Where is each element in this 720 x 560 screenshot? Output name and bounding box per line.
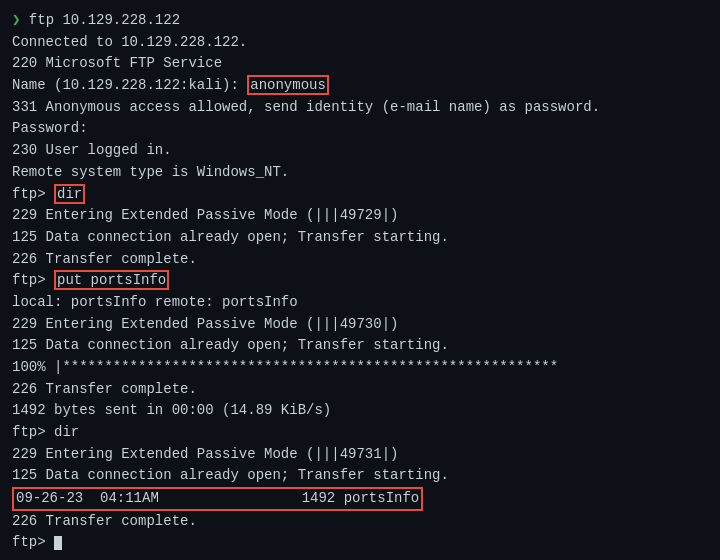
terminal-line: 220 Microsoft FTP Service [12,53,708,75]
output-text: 229 Entering Extended Passive Mode (|||4… [12,446,398,462]
output-text: 1492 bytes sent in 00:00 (14.89 KiB/s) [12,402,331,418]
terminal-line: 09-26-23 04:11AM 1492 portsInfo [12,487,708,511]
anonymous-highlight: anonymous [247,75,329,95]
command-highlight: dir [54,184,85,204]
terminal-line: 331 Anonymous access allowed, send ident… [12,97,708,119]
output-text: 226 Transfer complete. [12,251,197,267]
terminal-line: Connected to 10.129.228.122. [12,32,708,54]
output-text: Connected to 10.129.228.122. [12,34,247,50]
ftp-prompt: ftp> [12,186,54,202]
terminal-line: ftp> [12,532,708,554]
output-text: 229 Entering Extended Passive Mode (|||4… [12,207,398,223]
output-text: local: portsInfo remote: portsInfo [12,294,298,310]
terminal-line: Name (10.129.228.122:kali): anonymous [12,75,708,97]
terminal-line: 229 Entering Extended Passive Mode (|||4… [12,444,708,466]
terminal-line: ❯ ftp 10.129.228.122 [12,10,708,32]
terminal-line: 230 User logged in. [12,140,708,162]
output-text: Remote system type is Windows_NT. [12,164,289,180]
terminal-line: 229 Entering Extended Passive Mode (|||4… [12,314,708,336]
terminal-line: 125 Data connection already open; Transf… [12,335,708,357]
ftp-prompt: ftp> [12,534,54,550]
terminal-line: 1492 bytes sent in 00:00 (14.89 KiB/s) [12,400,708,422]
progress-text: 100% |**********************************… [12,359,558,375]
output-text: Name (10.129.228.122:kali): [12,77,247,93]
output-text: 125 Data connection already open; Transf… [12,467,449,483]
terminal-line: 125 Data connection already open; Transf… [12,465,708,487]
output-text: 230 User logged in. [12,142,172,158]
ftp-prompt: ftp> [12,272,54,288]
output-text: 125 Data connection already open; Transf… [12,337,449,353]
terminal-line: 125 Data connection already open; Transf… [12,227,708,249]
cursor [54,536,62,550]
output-text: 220 Microsoft FTP Service [12,55,222,71]
dir-entry-highlight: 09-26-23 04:11AM 1492 portsInfo [12,487,423,511]
ftp-prompt: ftp> dir [12,424,79,440]
output-text: 331 Anonymous access allowed, send ident… [12,99,600,115]
output-text: 229 Entering Extended Passive Mode (|||4… [12,316,398,332]
progress-line: 100% |**********************************… [12,357,708,379]
terminal-line: ftp> put portsInfo [12,270,708,292]
terminal-line: ftp> dir [12,184,708,206]
terminal-line: ftp> dir [12,422,708,444]
output-text: Password: [12,120,88,136]
command-text: ftp 10.129.228.122 [20,12,180,28]
output-text: 226 Transfer complete. [12,381,197,397]
command-highlight: put portsInfo [54,270,169,290]
terminal-line: Remote system type is Windows_NT. [12,162,708,184]
terminal-window: ❯ ftp 10.129.228.122 Connected to 10.129… [0,0,720,560]
terminal-line: 226 Transfer complete. [12,511,708,533]
terminal-line: Password: [12,118,708,140]
output-text: 125 Data connection already open; Transf… [12,229,449,245]
terminal-line: 229 Entering Extended Passive Mode (|||4… [12,205,708,227]
terminal-line: local: portsInfo remote: portsInfo [12,292,708,314]
output-text: 226 Transfer complete. [12,513,197,529]
terminal-line: 226 Transfer complete. [12,379,708,401]
terminal-line: 226 Transfer complete. [12,249,708,271]
